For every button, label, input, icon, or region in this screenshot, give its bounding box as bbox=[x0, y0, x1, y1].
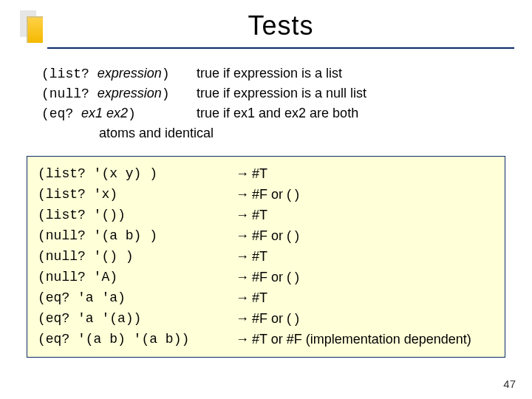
def-continuation: atoms and identical bbox=[99, 123, 532, 143]
result-text: #F or ( ) bbox=[252, 311, 299, 326]
def-left: (null? expression) bbox=[41, 83, 197, 103]
def-left: (eq? ex1 ex2) bbox=[41, 103, 197, 123]
example-row: (eq? 'a 'a) →#T bbox=[38, 288, 494, 309]
example-result: →#T or #F (implementation dependent) bbox=[236, 330, 471, 350]
example-row: (null? 'A) →#F or ( ) bbox=[38, 267, 494, 288]
example-result: →#T bbox=[236, 205, 267, 226]
result-text: #F or ( ) bbox=[252, 228, 299, 243]
def-code: (null? bbox=[41, 86, 98, 101]
example-result: →#F or ( ) bbox=[236, 267, 299, 288]
result-text: #F or ( ) bbox=[252, 270, 299, 284]
arrow-icon: → bbox=[236, 208, 249, 222]
example-result: →#T bbox=[236, 247, 267, 267]
example-row: (eq? '(a b) '(a b)) →#T or #F (implement… bbox=[38, 330, 494, 350]
example-row: (null? '(a b) ) →#F or ( ) bbox=[38, 226, 494, 247]
def-code: (list? bbox=[41, 66, 98, 81]
example-row: (list? '(x y) ) →#T bbox=[38, 164, 494, 185]
example-row: (eq? 'a '(a)) →#F or ( ) bbox=[38, 309, 494, 330]
result-text: #T bbox=[252, 290, 267, 305]
result-text: #F or ( ) bbox=[252, 187, 299, 202]
arrow-icon: → bbox=[236, 332, 249, 347]
example-expr: (eq? 'a 'a) bbox=[38, 288, 236, 309]
def-desc: true if ex1 and ex2 are both bbox=[197, 103, 358, 123]
arrow-icon: → bbox=[236, 187, 249, 202]
example-expr: (list? 'x) bbox=[38, 185, 236, 205]
arrow-icon: → bbox=[236, 311, 249, 326]
example-expr: (null? '() ) bbox=[38, 247, 236, 267]
example-result: →#F or ( ) bbox=[236, 226, 299, 247]
def-close: ) bbox=[162, 66, 170, 81]
example-expr: (null? 'A) bbox=[38, 267, 236, 288]
example-result: →#F or ( ) bbox=[236, 185, 299, 205]
arrow-icon: → bbox=[236, 166, 249, 181]
def-row: (null? expression) true if expression is… bbox=[41, 83, 532, 103]
page-number: 47 bbox=[503, 378, 516, 390]
result-text: #T bbox=[252, 249, 267, 264]
slide-title: Tests bbox=[30, 10, 532, 41]
def-left: (list? expression) bbox=[41, 64, 197, 83]
def-close: ) bbox=[128, 106, 136, 121]
def-row: (list? expression) true if expression is… bbox=[41, 64, 532, 83]
example-result: →#T bbox=[236, 164, 267, 185]
def-close: ) bbox=[162, 86, 170, 101]
example-expr: (list? '()) bbox=[38, 205, 236, 226]
example-row: (list? '()) →#T bbox=[38, 205, 494, 226]
def-arg: expression bbox=[98, 66, 162, 81]
def-arg: ex1 ex2 bbox=[81, 106, 128, 120]
example-box: (list? '(x y) ) →#T (list? 'x) →#F or ( … bbox=[27, 156, 505, 358]
title-area: Tests bbox=[0, 0, 532, 53]
result-text: #T bbox=[252, 208, 267, 222]
example-result: →#F or ( ) bbox=[236, 309, 299, 330]
def-desc: true if expression is a list bbox=[197, 64, 342, 83]
example-expr: (null? '(a b) ) bbox=[38, 226, 236, 247]
example-row: (list? 'x) →#F or ( ) bbox=[38, 185, 494, 205]
example-expr: (list? '(x y) ) bbox=[38, 164, 236, 185]
arrow-icon: → bbox=[236, 249, 249, 264]
title-rule bbox=[47, 47, 514, 49]
def-arg: expression bbox=[98, 86, 162, 100]
def-row: (eq? ex1 ex2) true if ex1 and ex2 are bo… bbox=[41, 103, 532, 123]
result-text: #T or #F (implementation dependent) bbox=[252, 332, 471, 347]
arrow-icon: → bbox=[236, 270, 249, 284]
example-result: →#T bbox=[236, 288, 267, 309]
definitions: (list? expression) true if expression is… bbox=[41, 64, 532, 143]
example-expr: (eq? 'a '(a)) bbox=[38, 309, 236, 330]
example-row: (null? '() ) →#T bbox=[38, 247, 494, 267]
arrow-icon: → bbox=[236, 228, 249, 243]
example-expr: (eq? '(a b) '(a b)) bbox=[38, 330, 236, 350]
arrow-icon: → bbox=[236, 290, 249, 305]
accent-block bbox=[27, 16, 43, 43]
def-desc: true if expression is a null list bbox=[197, 83, 366, 103]
result-text: #T bbox=[252, 166, 267, 181]
def-code: (eq? bbox=[41, 106, 81, 121]
